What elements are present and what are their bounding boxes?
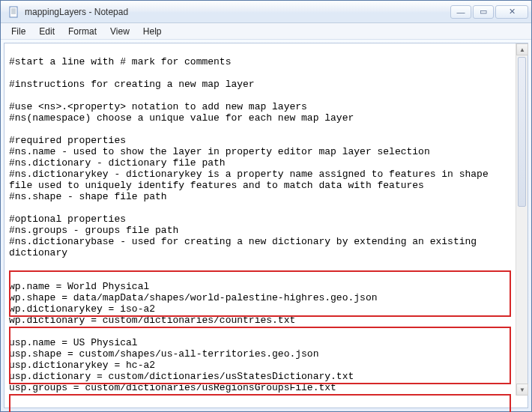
scroll-down-icon[interactable]: ▼	[516, 384, 528, 396]
menubar: File Edit Format View Help	[1, 23, 531, 40]
menu-format[interactable]: Format	[62, 25, 103, 38]
window-controls: — ▭ ✕	[450, 5, 528, 19]
close-button[interactable]: ✕	[495, 5, 528, 19]
client-area: #start a line with # mark for comments #…	[4, 43, 528, 408]
menu-edit[interactable]: Edit	[33, 25, 61, 38]
menu-file[interactable]: File	[5, 25, 31, 38]
maximize-button[interactable]: ▭	[473, 5, 494, 19]
menu-view[interactable]: View	[104, 25, 136, 38]
scrollbar-thumb[interactable]	[518, 57, 526, 207]
notepad-window: mappingLayers - Notepad — ▭ ✕ File Edit …	[0, 0, 532, 412]
scroll-up-icon[interactable]: ▲	[516, 43, 528, 55]
app-icon	[8, 6, 20, 18]
minimize-button[interactable]: —	[450, 5, 471, 19]
vertical-scrollbar[interactable]: ▲ ▼	[516, 43, 528, 396]
text-editor[interactable]: #start a line with # mark for comments #…	[4, 53, 528, 398]
menu-help[interactable]: Help	[137, 25, 168, 38]
window-title: mappingLayers - Notepad	[25, 7, 450, 17]
titlebar: mappingLayers - Notepad — ▭ ✕	[1, 1, 531, 23]
